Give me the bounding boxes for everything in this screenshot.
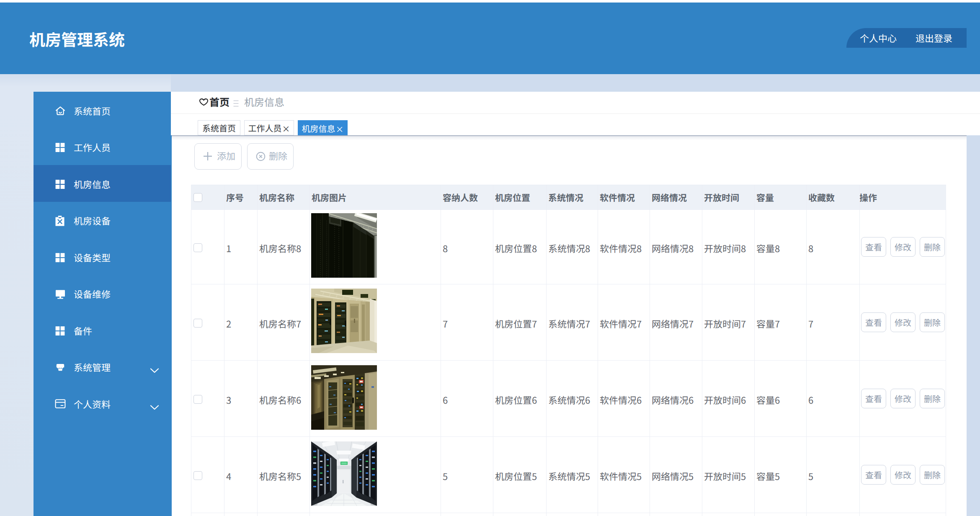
column-header: 容量 — [756, 185, 774, 209]
view-button[interactable]: 查看 — [861, 312, 886, 332]
sidebar-item-system-management[interactable]: 系统管理 — [34, 348, 171, 385]
column-header: 容纳人数 — [443, 185, 478, 209]
select-all-checkbox[interactable] — [193, 193, 202, 202]
table-row: 1 机房名称8 8 机房位置8 系统情况8 软件情况8 网络情况8 开放时间8 … — [191, 209, 946, 284]
cell-location: 机房位置8 — [495, 242, 537, 254]
room-photo[interactable] — [311, 365, 377, 430]
right-background-strip — [967, 135, 980, 516]
row-checkbox[interactable] — [193, 395, 202, 404]
add-button[interactable]: 添加 — [194, 143, 242, 170]
view-button[interactable]: 查看 — [861, 465, 886, 485]
grid-icon — [55, 142, 66, 153]
edit-button[interactable]: 修改 — [890, 465, 916, 485]
breadcrumb-home[interactable]: 首页 — [209, 95, 230, 108]
column-header: 收藏数 — [808, 185, 835, 209]
cell-location: 机房位置5 — [495, 470, 537, 482]
sidebar-item-room-equipment[interactable]: 机房设备 — [34, 202, 171, 239]
cell-network: 网络情况8 — [652, 242, 694, 254]
room-photo-image — [311, 365, 377, 430]
page: 机房管理系统 个人中心 退出登录 系统首页 工作人员 机房信息 — [0, 0, 980, 516]
tab-staff[interactable]: 工作人员 × — [244, 120, 294, 135]
sidebar-item-system-home[interactable]: 系统首页 — [34, 92, 171, 129]
tab-label: 机房信息 — [302, 122, 335, 134]
sidebar-item-label: 系统管理 — [74, 361, 111, 373]
sidebar-item-staff[interactable]: 工作人员 — [34, 129, 171, 165]
cell-system: 系统情况7 — [548, 317, 590, 329]
table-row: 3 机房名称6 6 机房位置6 系统情况6 软件情况6 网络情况6 开放时间6 … — [191, 360, 946, 436]
room-photo[interactable] — [311, 213, 377, 278]
app-header: 机房管理系统 个人中心 退出登录 — [0, 3, 980, 74]
chevron-down-icon — [150, 402, 159, 407]
cell-favorites: 7 — [808, 317, 813, 329]
sidebar-item-label: 设备类型 — [74, 251, 111, 263]
delete-row-button[interactable]: 删除 — [920, 237, 945, 257]
view-button[interactable]: 查看 — [861, 389, 886, 408]
delete-button[interactable]: 删除 — [247, 143, 294, 170]
room-photo[interactable] — [311, 441, 377, 506]
column-header: 机房位置 — [495, 185, 530, 209]
heart-icon — [199, 98, 208, 106]
delete-row-button[interactable]: 删除 — [920, 389, 945, 408]
row-checkbox[interactable] — [193, 471, 202, 480]
sidebar-item-personal-profile[interactable]: 个人资料 — [34, 385, 171, 422]
cell-capacity: 容量8 — [756, 242, 780, 254]
column-header: 机房名称 — [259, 185, 294, 209]
sidebar-item-label: 工作人员 — [74, 141, 111, 153]
cell-index: 3 — [226, 394, 231, 405]
row-checkbox[interactable] — [193, 319, 202, 328]
sidebar-item-equipment-repair[interactable]: 设备维修 — [34, 275, 171, 312]
tab-label: 工作人员 — [248, 122, 281, 134]
delete-row-button[interactable]: 删除 — [920, 465, 945, 485]
column-header: 序号 — [226, 185, 244, 209]
sidebar-item-label: 机房信息 — [74, 178, 111, 190]
grid-icon — [55, 325, 66, 336]
cell-room-name: 机房名称6 — [259, 394, 301, 405]
room-table: 序号 机房名称 机房图片 容纳人数 机房位置 系统情况 软件情况 网络情况 开放… — [191, 185, 946, 516]
edit-button[interactable]: 修改 — [890, 389, 916, 408]
room-photo[interactable] — [311, 289, 377, 353]
tab-close-icon[interactable]: × — [335, 123, 343, 134]
header-user-nav: 个人中心 退出登录 — [846, 28, 967, 48]
tab-label: 系统首页 — [202, 122, 236, 134]
nav-profile-link[interactable]: 个人中心 — [860, 28, 897, 48]
cell-favorites: 6 — [808, 394, 813, 405]
cell-capacity: 容量6 — [756, 394, 780, 405]
cell-favorites: 8 — [808, 242, 813, 254]
tab-system-home[interactable]: 系统首页 — [198, 120, 240, 135]
nav-logout-link[interactable]: 退出登录 — [916, 28, 952, 48]
room-photo-image — [311, 441, 377, 506]
view-button[interactable]: 查看 — [861, 237, 886, 257]
tab-close-icon[interactable]: × — [282, 123, 290, 134]
cell-software: 软件情况5 — [600, 470, 642, 482]
cell-open-time: 开放时间5 — [704, 470, 746, 482]
room-photo-image — [311, 289, 377, 353]
tab-room-info[interactable]: 机房信息 × — [298, 120, 348, 136]
row-checkbox[interactable] — [193, 243, 202, 252]
grid-icon — [55, 252, 66, 263]
cell-network: 网络情况5 — [652, 470, 694, 482]
sidebar-item-room-info[interactable]: 机房信息 — [34, 165, 171, 202]
sidebar-item-label: 个人资料 — [74, 398, 111, 410]
cell-room-name: 机房名称5 — [259, 470, 301, 482]
edit-button[interactable]: 修改 — [890, 312, 916, 332]
cell-favorites: 5 — [808, 470, 813, 482]
sidebar-item-label: 系统首页 — [74, 105, 111, 116]
table-row: 4 机房名称5 5 机房位置5 系统情况5 软件情况5 网络情况5 开放时间5 … — [191, 436, 946, 513]
home-icon — [55, 106, 66, 116]
sidebar-item-label: 设备维修 — [74, 288, 111, 299]
cell-system: 系统情况8 — [548, 242, 590, 254]
edit-button[interactable]: 修改 — [890, 237, 916, 257]
cell-software: 软件情况7 — [600, 317, 642, 329]
clipboard-x-icon — [55, 215, 66, 226]
sidebar-item-spare-parts[interactable]: 备件 — [34, 312, 171, 348]
card-icon — [55, 399, 66, 410]
breadcrumb-separator-icon — [233, 99, 239, 106]
cell-index: 4 — [226, 470, 231, 482]
grid-icon — [55, 179, 66, 190]
delete-row-button[interactable]: 删除 — [920, 312, 945, 332]
sidebar-item-equipment-type[interactable]: 设备类型 — [34, 238, 171, 275]
sidebar-item-label: 机房设备 — [74, 214, 111, 226]
cell-software: 软件情况6 — [600, 394, 642, 405]
add-button-label: 添加 — [217, 149, 235, 162]
monitor-icon — [55, 289, 66, 299]
